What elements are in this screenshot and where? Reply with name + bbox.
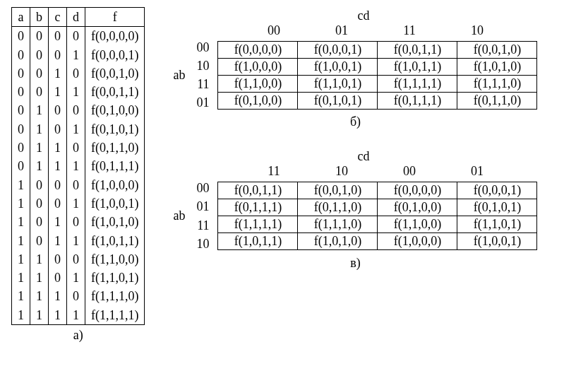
- truth-table-cell: 0: [30, 27, 49, 46]
- truth-table-header: a: [12, 8, 30, 27]
- kmap-row: f(1,1,1,1)f(1,1,1,0)f(1,1,0,0)f(1,1,0,1): [218, 216, 537, 233]
- kmap-cell: f(1,0,1,0): [298, 233, 378, 250]
- truth-table-cell: f(1,1,1,1): [85, 306, 145, 325]
- truth-table-header: b: [30, 8, 49, 27]
- truth-table-row: 0110f(0,1,1,0): [12, 139, 145, 157]
- truth-table-cell: 0: [12, 64, 30, 83]
- kmap-cell: f(0,0,0,1): [457, 182, 537, 199]
- kmap-cell: f(1,0,0,0): [378, 233, 457, 250]
- truth-table-cell: 1: [12, 194, 30, 213]
- truth-table-cell: 1: [49, 213, 67, 231]
- truth-table-cell: f(0,0,1,0): [85, 64, 145, 83]
- col-label: 00: [376, 164, 443, 179]
- truth-table-cell: 0: [12, 157, 30, 175]
- row-label: 10: [189, 57, 213, 75]
- truth-table-section: a b c d f 0000f(0,0,0,0)0001f(0,0,0,1)00…: [11, 7, 145, 343]
- truth-table-cell: 0: [67, 287, 85, 305]
- truth-table-row: 1010f(1,0,1,0): [12, 213, 145, 231]
- truth-table-cell: 1: [12, 250, 30, 269]
- kmap-cell: f(1,1,0,0): [218, 75, 298, 92]
- truth-table-cell: 1: [30, 269, 49, 287]
- truth-table-cell: f(1,1,0,0): [85, 250, 145, 269]
- truth-table-cell: 0: [12, 101, 30, 119]
- kmap-cell: f(1,1,0,1): [457, 216, 537, 233]
- kmap-cell: f(1,1,0,1): [298, 75, 378, 92]
- truth-table-row: 1100f(1,1,0,0): [12, 250, 145, 269]
- kmap-cell: f(0,0,1,0): [298, 182, 378, 199]
- kmap-row: f(1,1,0,0)f(1,1,0,1)f(1,1,1,1)f(1,1,1,0): [218, 75, 537, 92]
- truth-table-row: 0001f(0,0,0,1): [12, 46, 145, 64]
- truth-table-row: 1111f(1,1,1,1): [12, 306, 145, 325]
- truth-table-cell: f(0,1,0,1): [85, 120, 145, 139]
- truth-table-cell: 0: [67, 139, 85, 157]
- truth-table-cell: 0: [12, 139, 30, 157]
- truth-table-header: f: [85, 8, 145, 27]
- truth-table-cell: 0: [49, 120, 67, 139]
- truth-table-cell: 0: [30, 213, 49, 231]
- truth-table-row: 0010f(0,0,1,0): [12, 64, 145, 83]
- truth-table-cell: 1: [30, 250, 49, 269]
- kmap-cell: f(0,0,1,1): [378, 41, 457, 58]
- row-label: 01: [189, 197, 213, 216]
- truth-table-cell: 1: [49, 157, 67, 175]
- kmap-b: cd 00 01 11 10 ab 00 10 11 01: [173, 8, 537, 129]
- kmap-v: cd 11 10 00 01 ab 00 01 11 10: [173, 149, 537, 270]
- truth-table-cell: f(0,0,0,0): [85, 27, 145, 46]
- truth-table-cell: 0: [49, 101, 67, 119]
- kmap-cell: f(0,0,1,1): [218, 182, 298, 199]
- truth-table-cell: 1: [30, 287, 49, 305]
- truth-table-cell: 0: [67, 27, 85, 46]
- truth-table-cell: 1: [67, 46, 85, 64]
- kmap-cell: f(1,1,1,0): [457, 75, 537, 92]
- truth-table-cell: 1: [30, 120, 49, 139]
- truth-table-cell: 1: [30, 306, 49, 325]
- truth-table-cell: f(1,0,0,0): [85, 176, 145, 194]
- truth-table-cell: 1: [12, 232, 30, 250]
- row-label: 01: [189, 93, 213, 112]
- kmap-cell: f(1,0,0,0): [218, 58, 298, 75]
- row-label: 00: [189, 38, 213, 57]
- truth-table-cell: 0: [12, 83, 30, 101]
- kmap-cell: f(0,1,1,0): [298, 199, 378, 216]
- kmap-row: f(0,0,0,0)f(0,0,0,1)f(0,0,1,1)f(0,0,1,0): [218, 41, 537, 58]
- truth-table-caption: а): [11, 328, 145, 343]
- truth-table-row: 0101f(0,1,0,1): [12, 120, 145, 139]
- kmap-row: f(1,0,1,1)f(1,0,1,0)f(1,0,0,0)f(1,0,0,1): [218, 233, 537, 250]
- truth-table-row: 0011f(0,0,1,1): [12, 83, 145, 101]
- row-label: 00: [189, 179, 213, 197]
- truth-table-cell: 0: [12, 120, 30, 139]
- truth-table: a b c d f 0000f(0,0,0,0)0001f(0,0,0,1)00…: [11, 7, 145, 325]
- truth-table-cell: 0: [67, 250, 85, 269]
- row-label: 11: [189, 75, 213, 93]
- truth-table-cell: 1: [12, 287, 30, 305]
- col-var-label: cd: [357, 8, 369, 23]
- truth-table-cell: 0: [30, 194, 49, 213]
- truth-table-cell: 0: [30, 232, 49, 250]
- col-label: 00: [240, 23, 308, 38]
- truth-table-row: 1110f(1,1,1,0): [12, 287, 145, 305]
- truth-table-cell: 1: [67, 232, 85, 250]
- truth-table-cell: 0: [67, 64, 85, 83]
- truth-table-cell: 1: [12, 269, 30, 287]
- col-label: 01: [443, 164, 511, 179]
- truth-table-header: c: [49, 8, 67, 27]
- kmap-row: f(1,0,0,0)f(1,0,0,1)f(1,0,1,1)f(1,0,1,0): [218, 58, 537, 75]
- row-label: 11: [189, 216, 213, 235]
- truth-table-cell: 0: [30, 83, 49, 101]
- row-var-label: ab: [173, 68, 185, 83]
- truth-table-cell: f(0,0,0,1): [85, 46, 145, 64]
- truth-table-cell: 1: [67, 120, 85, 139]
- kmap-cell: f(1,0,1,1): [218, 233, 298, 250]
- kmap-cell: f(0,1,0,1): [298, 92, 378, 109]
- truth-table-cell: f(1,0,0,1): [85, 194, 145, 213]
- kmap-cell: f(1,0,1,1): [378, 58, 457, 75]
- col-label: 10: [443, 23, 511, 38]
- truth-table-cell: f(0,1,0,0): [85, 101, 145, 119]
- truth-table-cell: 0: [30, 64, 49, 83]
- truth-table-cell: 1: [49, 232, 67, 250]
- truth-table-cell: 1: [67, 269, 85, 287]
- kmap-cell: f(0,0,0,1): [298, 41, 378, 58]
- truth-table-row: 1011f(1,0,1,1): [12, 232, 145, 250]
- kmap-row: f(0,1,0,0)f(0,1,0,1)f(0,1,1,1)f(0,1,1,0): [218, 92, 537, 109]
- kmap-cell: f(1,1,0,0): [378, 216, 457, 233]
